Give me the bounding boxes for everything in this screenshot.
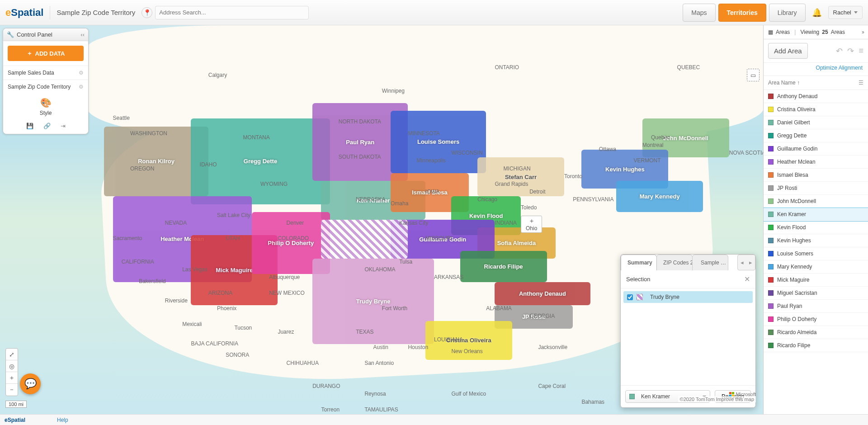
nav-maps-button[interactable]: Maps bbox=[683, 4, 715, 22]
caret-down-icon bbox=[854, 11, 858, 14]
header-divider bbox=[50, 6, 50, 19]
logo: eSpatial bbox=[5, 7, 43, 19]
address-search-input[interactable] bbox=[155, 6, 309, 19]
nav-territories-button[interactable]: Territories bbox=[718, 4, 766, 22]
location-pin-icon[interactable]: 📍 bbox=[142, 7, 152, 18]
user-menu-button[interactable]: Rachel bbox=[828, 6, 863, 19]
user-name: Rachel bbox=[833, 9, 851, 16]
map-title: Sample Zip Code Territory bbox=[57, 9, 135, 16]
logo-text: Spatial bbox=[11, 7, 43, 19]
logo-e: e bbox=[5, 7, 11, 19]
nav-library-button[interactable]: Library bbox=[769, 4, 806, 22]
search-container: 📍 bbox=[142, 6, 309, 19]
notifications-icon[interactable]: 🔔 bbox=[812, 8, 822, 18]
app-header: eSpatial Sample Zip Code Territory 📍 Map… bbox=[0, 0, 868, 25]
